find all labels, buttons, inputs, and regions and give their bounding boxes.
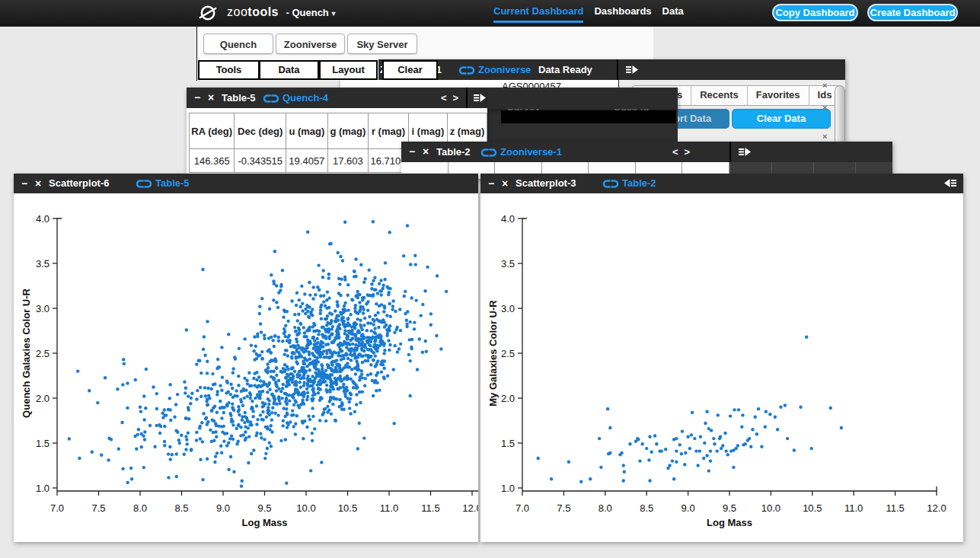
svg-text:My Galaxies Color U-R: My Galaxies Color U-R	[487, 300, 499, 407]
svg-text:12.0: 12.0	[927, 502, 946, 514]
svg-text:7.5: 7.5	[557, 502, 570, 514]
cell-dec: -0.343515	[235, 149, 286, 173]
page-prev-icon[interactable]: <	[441, 92, 447, 104]
panel-toggle-left-icon[interactable]	[943, 178, 957, 188]
source-button-zooniverse[interactable]: Zooniverse	[276, 33, 345, 54]
svg-text:7.0: 7.0	[50, 502, 64, 514]
svg-text:8.5: 8.5	[640, 502, 653, 514]
svg-text:1.0: 1.0	[36, 483, 49, 494]
panel-toggle-right-icon[interactable]	[473, 93, 487, 103]
list-item-remove-icon[interactable]: ×	[822, 103, 827, 112]
close-icon[interactable]: ×	[35, 174, 41, 193]
toolbar-tab-data[interactable]: Data	[259, 60, 319, 80]
svg-text:8.0: 8.0	[133, 502, 147, 514]
svg-text:11.5: 11.5	[421, 502, 439, 514]
minimize-icon[interactable]: −	[21, 174, 27, 193]
svg-text:Log Mass: Log Mass	[707, 517, 752, 528]
scatter3-link[interactable]: Table-2	[622, 174, 656, 193]
link-chain-icon	[263, 94, 279, 104]
nav-dashboards[interactable]: Dashboards	[594, 5, 651, 23]
svg-text:2.5: 2.5	[36, 348, 49, 359]
top-app-bar: zootools - Quench ▾ Current Dashboard Da…	[0, 0, 980, 27]
scatter3-titlebar: − × Scatterplot-3 Table-2	[480, 174, 963, 193]
table5-link[interactable]: Quench-4	[283, 88, 328, 108]
svg-text:3.5: 3.5	[501, 258, 515, 269]
source-button-quench[interactable]: Quench	[203, 33, 273, 54]
table2-link[interactable]: Zooniverse-1	[500, 142, 562, 162]
svg-text:7.0: 7.0	[516, 502, 529, 514]
cell-u: 19.4057	[286, 149, 327, 173]
svg-text:9.0: 9.0	[216, 502, 230, 514]
page-next-icon[interactable]: >	[453, 92, 459, 104]
toolbar-tab-layout[interactable]: Layout	[319, 60, 378, 80]
copy-dashboard-button[interactable]: Copy Dashboard	[772, 4, 858, 21]
close-icon[interactable]: ×	[502, 174, 508, 193]
titlebar-divider	[466, 88, 468, 108]
cell-ra: 146.365	[190, 149, 235, 173]
brand-tools: tools	[247, 5, 279, 18]
table5-titlebar-extension	[487, 88, 678, 109]
svg-text:4.0: 4.0	[501, 213, 515, 225]
close-icon[interactable]: ×	[208, 88, 214, 108]
toolbar-tab-tools[interactable]: Tools	[198, 60, 260, 80]
scatter6-titlebar: − × Scatterplot-6 Table-5	[14, 174, 478, 193]
titlebar-divider	[617, 59, 618, 80]
scrollbar[interactable]	[835, 85, 845, 145]
column-header: Dec (deg)	[235, 113, 286, 149]
table2-title: Table-2	[436, 142, 471, 162]
svg-text:12.0: 12.0	[462, 502, 478, 514]
column-header: RA (deg)	[190, 113, 235, 149]
tab-favorites[interactable]: Favorites	[747, 86, 809, 105]
svg-text:8.0: 8.0	[599, 502, 612, 514]
minimize-icon[interactable]: −	[409, 142, 415, 162]
svg-text:1.0: 1.0	[501, 483, 515, 494]
svg-text:10.5: 10.5	[803, 502, 822, 514]
caret-down-icon: ▾	[331, 9, 335, 18]
source-button-sky-server[interactable]: Sky Server	[347, 33, 417, 54]
svg-text:9.5: 9.5	[723, 502, 736, 514]
column-header: u (mag)	[286, 113, 327, 149]
svg-text:2.0: 2.0	[36, 393, 49, 404]
svg-text:1.5: 1.5	[501, 438, 515, 449]
svg-text:2.0: 2.0	[501, 393, 515, 404]
toolbar-tab-clear[interactable]: Clear	[382, 60, 438, 80]
svg-text:10.5: 10.5	[338, 502, 357, 514]
link-chain-icon	[480, 148, 497, 158]
create-dashboard-button[interactable]: Create Dashboard	[867, 4, 958, 21]
svg-text:10.0: 10.0	[296, 502, 315, 514]
scatter6-link[interactable]: Table-5	[155, 174, 190, 193]
table2-titlebar: − × Table-2 Zooniverse-1 <>	[401, 142, 892, 162]
project-selector[interactable]: - Quench ▾	[286, 7, 335, 18]
scatterplot-3-chart[interactable]: 1.01.52.02.53.03.54.07.07.58.08.59.09.51…	[480, 193, 963, 542]
nav-data[interactable]: Data	[662, 5, 684, 23]
table5-titlebar: − × Table-5 Quench-4 <>	[187, 88, 487, 108]
close-icon[interactable]: ×	[423, 142, 429, 162]
page-next-icon[interactable]: >	[685, 146, 691, 158]
list-item-remove-icon[interactable]: ×	[822, 81, 827, 90]
minimize-icon[interactable]: −	[194, 88, 200, 108]
zooniverse-logo-icon	[197, 2, 219, 24]
panel-toggle-right-icon[interactable]	[738, 147, 752, 157]
svg-text:9.0: 9.0	[682, 502, 695, 514]
data-source-input[interactable]	[501, 110, 676, 123]
svg-text:2.5: 2.5	[501, 348, 515, 359]
svg-text:4.0: 4.0	[36, 213, 49, 225]
link-chain-icon	[602, 179, 619, 189]
clear-data-button[interactable]: Clear Data	[732, 109, 831, 129]
tab-recents[interactable]: Recents	[691, 86, 747, 105]
nav-current-dashboard[interactable]: Current Dashboard	[493, 5, 583, 23]
scatterplot-6-chart[interactable]: 1.01.52.02.53.03.54.07.07.58.08.59.09.51…	[14, 193, 478, 542]
scatter6-title: Scatterplot-6	[49, 174, 109, 193]
brand-zoo: zoo	[227, 5, 247, 18]
window-scatterplot-6: − × Scatterplot-6 Table-5 1.01.52.02.53.…	[14, 174, 478, 542]
zooniverse-window-link[interactable]: Zooniverse	[478, 59, 531, 80]
svg-text:1.5: 1.5	[36, 438, 49, 449]
page-prev-icon[interactable]: <	[672, 146, 678, 158]
data-ready-status: Data Ready	[538, 59, 592, 80]
pagination: <>	[669, 142, 693, 162]
svg-text:3.0: 3.0	[36, 303, 49, 314]
panel-toggle-right-icon[interactable]	[625, 65, 639, 75]
minimize-icon[interactable]: −	[488, 174, 494, 193]
list-item-remove-icon[interactable]: ×	[822, 132, 827, 141]
svg-text:11.5: 11.5	[886, 502, 904, 514]
